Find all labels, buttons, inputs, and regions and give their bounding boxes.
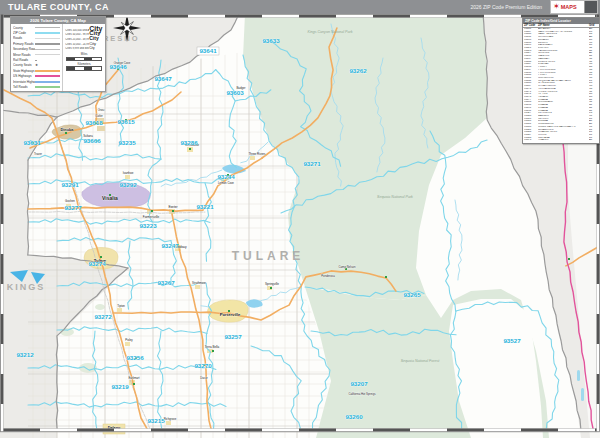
city-label: Pixley — [125, 338, 133, 342]
place-marker — [133, 383, 135, 385]
kilometers-scale-bar — [66, 66, 102, 71]
park-label: Sequoia National Forest — [401, 359, 441, 363]
zip-label: 93244 — [217, 173, 235, 180]
zip-label: 93292 — [119, 181, 137, 188]
zip-label: 93260 — [345, 413, 363, 420]
legend-item: Secondary Roads — [13, 47, 60, 52]
brand-side-block — [584, 1, 597, 13]
zip-label: 93277 — [64, 204, 82, 211]
zip-index-panel: ZIP Code Index/Grid Locator ZIP CodeZIP … — [522, 17, 600, 144]
zip-label: 93272 — [94, 313, 112, 320]
place-marker — [172, 210, 174, 212]
zip-label: 93219 — [111, 383, 129, 390]
zip-label: 93215 — [147, 417, 165, 424]
city-label: Dinuba — [61, 128, 75, 132]
zip-label: 93256 — [126, 354, 144, 361]
city-label: Strathmore — [192, 281, 206, 285]
zip-label: 93615 — [117, 118, 135, 125]
legend-item: Roads — [13, 36, 60, 41]
city-label: Traver — [34, 152, 42, 156]
brand-logo-text: MAPS — [561, 4, 577, 10]
legend-city-category: Cities 9,999 and BelowCity — [65, 46, 103, 51]
zip-label: 93641 — [199, 47, 217, 54]
place-marker — [385, 276, 387, 278]
zip-label: 93286 — [180, 139, 198, 146]
city-label: Richgrove — [164, 417, 177, 421]
city-label: Cutler — [95, 114, 103, 118]
zip-label: 93257 — [224, 333, 242, 340]
legend-item: Interstate Highways — [13, 79, 60, 84]
city-label: Lemon Cove — [218, 181, 234, 185]
zip-label: 93212 — [16, 351, 34, 358]
zip-label: 93603 — [226, 89, 244, 96]
city-label: Three Rivers — [248, 152, 266, 156]
brand-logo: ✶ MAPS — [550, 0, 598, 14]
zip-label: 93631 — [23, 139, 41, 146]
zip-label: 93291 — [61, 181, 79, 188]
legend-item: Rail Roads — [13, 57, 60, 62]
city-label: Springville — [265, 282, 279, 286]
county-label: KINGS — [7, 282, 46, 292]
city-label: Ducor — [200, 376, 208, 380]
city-label: Camp Nelson — [339, 265, 356, 269]
city-label: Ponderosa — [321, 274, 335, 278]
place-marker — [568, 258, 570, 260]
brand-star-icon: ✶ — [553, 3, 560, 11]
kilometers-scale-label: Kilometers — [65, 62, 103, 66]
zip-label: 93207 — [350, 380, 368, 387]
city-label: California Hot Springs — [348, 392, 376, 396]
zip-label: 93223 — [139, 222, 157, 229]
park-label: Sequoia National Park — [377, 195, 413, 199]
city-label: Porterville — [220, 312, 241, 317]
map-title: TULARE COUNTY, CA — [8, 2, 109, 12]
zip-label: 93274 — [88, 260, 106, 267]
legend-line-items: CountyZIP CodeRoadsPrimary RoadsSecondar… — [11, 24, 63, 91]
legend-item: Primary Roads — [13, 41, 60, 46]
county-label: TULARE — [232, 249, 305, 263]
zip-label: 93271 — [303, 160, 321, 167]
city-label: Orosi — [98, 108, 105, 112]
city-label: Ivanhoe — [123, 171, 134, 175]
city-label: Tipton — [117, 304, 125, 308]
place-marker — [212, 350, 214, 352]
legend-item: County — [13, 25, 60, 30]
zip-label: 93267 — [157, 279, 175, 286]
zip-label: 93262 — [349, 67, 367, 74]
map-sheet: Kings Canyon National ParkSequoia Nation… — [0, 0, 600, 438]
city-label: Goshen — [65, 199, 75, 203]
city-label: Earlimart — [128, 376, 139, 380]
legend-item: Minor Roads — [13, 52, 60, 57]
zip-label: 93633 — [262, 37, 280, 44]
zip-label: 93646 — [109, 63, 127, 70]
zip-label: 93270 — [194, 362, 212, 369]
miles-scale-bar — [66, 57, 102, 62]
legend-item: Toll Roads — [13, 84, 60, 89]
zip-index-rows: 93201ALPAUGHA593207CALIFORNIA HOT SPRING… — [523, 28, 599, 143]
city-label: Terra Bella — [205, 345, 220, 349]
legend-item: ZIP Code — [13, 30, 60, 35]
place-marker — [151, 210, 153, 212]
miles-scale-label: Miles — [65, 52, 103, 56]
place-marker — [189, 148, 191, 150]
zip-label: 93647 — [154, 75, 172, 82]
title-bar: TULARE COUNTY, CA 2026 ZIP Code Premium … — [0, 0, 600, 14]
zip-label: 93666 — [83, 137, 101, 144]
legend-item: US Highways — [13, 74, 60, 79]
zip-index-row: 93673TRAVERA1 — [524, 139, 598, 142]
city-label: Visalia — [102, 195, 118, 201]
legend-city-categories: Cities 100,000 and AboveCityCities 50,00… — [63, 24, 105, 91]
zip-label: 93265 — [403, 291, 421, 298]
place-marker — [270, 287, 272, 289]
legend-item: County Seats★ — [13, 63, 60, 68]
zip-label: 93527 — [503, 337, 521, 344]
edition-label: 2026 ZIP Code Premium Edition — [470, 4, 542, 10]
zip-label: 93247 — [161, 242, 179, 249]
legend-item: State Highways — [13, 68, 60, 73]
legend-panel: 2026 Tulare County, CA Map CountyZIP Cod… — [10, 16, 106, 92]
zip-label: 93618 — [85, 119, 103, 126]
legend-scale-bars: Miles Kilometers — [65, 52, 103, 71]
legend-title: 2026 Tulare County, CA Map — [11, 17, 105, 24]
park-label: Kings Canyon National Park — [308, 30, 353, 34]
city-label: Exeter — [168, 205, 178, 209]
city-label: Farmersville — [143, 215, 160, 219]
